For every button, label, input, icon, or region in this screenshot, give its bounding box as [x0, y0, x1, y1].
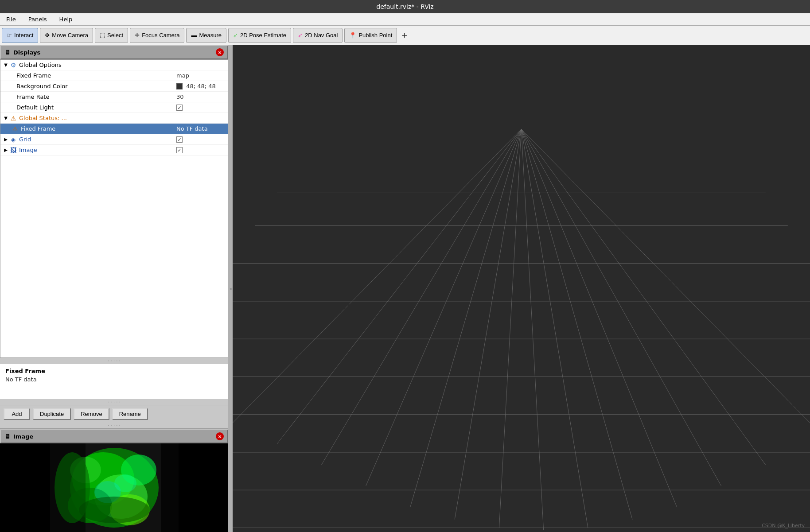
displays-close-button[interactable]: ×: [216, 48, 224, 56]
default-light-checkbox[interactable]: ✓: [176, 105, 183, 111]
fixed-frame-status-value: No TF data: [173, 125, 226, 132]
default-light-label: Default Light: [16, 104, 173, 111]
global-status-arrow[interactable]: ▼: [2, 115, 9, 122]
fixed-frame-value: map: [173, 72, 226, 79]
tree-row-background-color[interactable]: Background Color 48; 48; 48: [0, 81, 228, 92]
tree-row-frame-rate[interactable]: Frame Rate 30: [0, 92, 228, 102]
image-panel-title: 🖥 Image: [4, 433, 33, 440]
add-button[interactable]: Add: [4, 408, 30, 420]
image-arrow[interactable]: ▶: [2, 147, 9, 154]
dots-divider-image: · · · · ·: [0, 423, 228, 428]
frame-rate-value: 30: [173, 93, 226, 100]
window-title: default.rviz* - RViz: [376, 3, 433, 10]
interact-button[interactable]: ☞ Interact: [2, 28, 38, 43]
global-options-arrow[interactable]: ▼: [2, 62, 9, 69]
menu-panels[interactable]: Panels: [26, 15, 50, 23]
info-box-title: Fixed Frame: [5, 368, 223, 374]
duplicate-button[interactable]: Duplicate: [33, 408, 71, 420]
image-panel: 🖥 Image ×: [0, 428, 228, 532]
rename-button[interactable]: Rename: [112, 408, 148, 420]
2d-pose-label: 2D Pose Estimate: [240, 32, 286, 39]
measure-button[interactable]: ▬ Measure: [186, 28, 226, 43]
select-label: Select: [107, 32, 123, 39]
fixed-frame-label: Fixed Frame: [16, 72, 173, 79]
fixed-frame-status-label: Fixed Frame: [21, 125, 173, 132]
dots-divider-top: · · · · ·: [0, 358, 228, 364]
pose-icon: ➶: [233, 32, 238, 39]
publish-point-label: Publish Point: [358, 32, 392, 39]
warning-icon: ⚠: [9, 114, 17, 122]
default-light-value: ✓: [173, 104, 226, 111]
displays-panel-header: 🖥 Displays ×: [0, 45, 228, 59]
resize-handle[interactable]: ◂: [228, 45, 233, 532]
main-content: 🖥 Displays × ▼ ⚙ Global Options: [0, 45, 810, 532]
pin-icon: 📍: [349, 32, 356, 39]
svg-rect-15: [233, 45, 810, 532]
warning-orange-icon: ⚠: [11, 125, 19, 133]
interact-label: Interact: [14, 32, 33, 39]
title-bar: default.rviz* - RViz: [0, 0, 810, 13]
info-box-text: No TF data: [5, 376, 223, 383]
tree-row-grid[interactable]: ▶ ◈ Grid ✓: [0, 134, 228, 145]
image-check-value: ✓: [173, 147, 226, 154]
color-swatch: [176, 83, 183, 89]
background-color-value: 48; 48; 48: [173, 83, 226, 90]
global-options-label: Global Options: [19, 62, 173, 68]
grid-label: Grid: [19, 136, 173, 143]
cursor-icon: ☞: [7, 32, 12, 39]
tree-row-fixed-frame[interactable]: Fixed Frame map: [0, 70, 228, 81]
displays-tree: ▼ ⚙ Global Options Fixed Frame map Backg…: [0, 59, 228, 358]
image-checkbox[interactable]: ✓: [176, 147, 183, 153]
2d-pose-button[interactable]: ➶ 2D Pose Estimate: [228, 28, 291, 43]
move-camera-button[interactable]: ✥ Move Camera: [40, 28, 93, 43]
tree-row-global-options[interactable]: ▼ ⚙ Global Options: [0, 60, 228, 70]
watermark: CSDN @K_Liberty: [762, 523, 805, 528]
nav-icon: ➶: [298, 32, 303, 39]
tree-row-image-display[interactable]: ▶ 🖼 Image ✓: [0, 145, 228, 155]
image-icon: 🖼: [9, 146, 17, 154]
2d-nav-button[interactable]: ➶ 2D Nav Goal: [293, 28, 343, 43]
tree-row-fixed-frame-status[interactable]: ⚠ Fixed Frame No TF data: [0, 124, 228, 134]
displays-panel: 🖥 Displays × ▼ ⚙ Global Options: [0, 45, 228, 423]
global-status-label: Global Status: ...: [19, 115, 173, 121]
toolbar: ☞ Interact ✥ Move Camera ⬚ Select ✛ Focu…: [0, 26, 810, 45]
svg-point-14: [79, 497, 150, 523]
image-panel-close-button[interactable]: ×: [216, 432, 224, 440]
image-panel-header: 🖥 Image ×: [0, 429, 228, 443]
svg-rect-12: [161, 443, 179, 532]
focus-camera-button[interactable]: ✛ Focus Camera: [130, 28, 184, 43]
select-button[interactable]: ⬚ Select: [95, 28, 128, 43]
ruler-icon: ▬: [191, 32, 197, 39]
remove-button[interactable]: Remove: [74, 408, 109, 420]
focus-camera-label: Focus Camera: [142, 32, 179, 39]
left-panel: 🖥 Displays × ▼ ⚙ Global Options: [0, 45, 228, 532]
displays-icon: 🖥: [4, 49, 11, 56]
publish-point-button[interactable]: 📍 Publish Point: [344, 28, 397, 43]
background-color-label: Background Color: [16, 83, 173, 89]
image-display-label: Image: [19, 147, 173, 153]
focus-icon: ✛: [135, 32, 140, 39]
depth-image-svg: [50, 443, 179, 532]
grid-checkbox[interactable]: ✓: [176, 136, 183, 143]
menu-file[interactable]: File: [4, 15, 19, 23]
tree-row-default-light[interactable]: Default Light ✓: [0, 102, 228, 113]
svg-point-10: [114, 474, 136, 492]
2d-nav-label: 2D Nav Goal: [305, 32, 338, 39]
camera-icon: ✥: [45, 32, 50, 39]
3d-viewport[interactable]: CSDN @K_Liberty: [233, 45, 810, 532]
info-box: Fixed Frame No TF data: [0, 364, 228, 399]
frame-rate-label: Frame Rate: [16, 93, 173, 100]
measure-label: Measure: [199, 32, 222, 39]
image-panel-label: Image: [13, 433, 33, 440]
displays-panel-title: 🖥 Displays: [4, 49, 40, 56]
tree-row-global-status[interactable]: ▼ ⚠ Global Status: ...: [0, 113, 228, 124]
image-panel-icon: 🖥: [4, 433, 11, 440]
menu-help[interactable]: Help: [57, 15, 75, 23]
toolbar-add-button[interactable]: +: [399, 31, 410, 40]
fake-image: [50, 443, 179, 532]
grid-arrow[interactable]: ▶: [2, 136, 9, 143]
grid-check-value: ✓: [173, 136, 226, 143]
move-camera-label: Move Camera: [52, 32, 88, 39]
bottom-buttons: Add Duplicate Remove Rename: [0, 405, 228, 423]
select-icon: ⬚: [100, 32, 105, 39]
